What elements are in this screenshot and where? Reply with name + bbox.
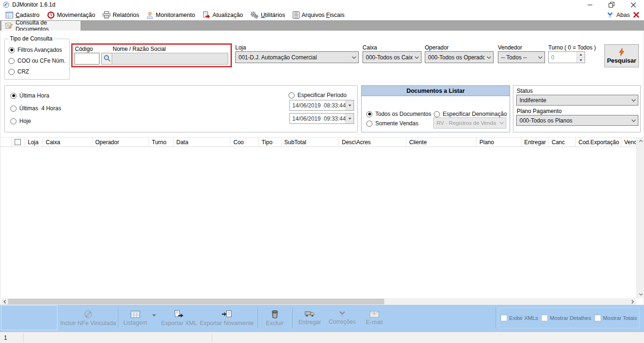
vendedor-value: -- Todos -- [501,54,536,61]
envelope-icon [370,311,379,318]
scroll-down-icon[interactable] [637,291,644,298]
menu-item-utilitarios[interactable]: Utilitários [247,9,289,20]
vertical-scrollbar[interactable] [636,137,644,298]
search-icon [103,55,111,63]
radio-dot [8,58,15,64]
menu-item-relatorios[interactable]: Relatórios [99,9,143,20]
codigo-input[interactable] [74,53,99,65]
radio-label: Especificar Denominação [443,111,507,117]
toolbar-button-label: Excluir [266,320,284,327]
radio-especificar-periodo[interactable]: Especificar Período [289,92,347,98]
menu-item-monitoramento[interactable]: Monitoramento [143,9,198,20]
turno-input[interactable] [549,52,577,63]
date-to-dropdown[interactable] [346,114,354,123]
dropdown-arrow-icon [348,105,351,106]
toolbar-button-label: Listagem [124,319,148,326]
chevron-down-icon [631,99,636,102]
exportar-xml-button[interactable]: Exportar XML [161,307,197,329]
checkbox-mostrar-totais[interactable]: Mostrar Totais [594,315,637,321]
radio-filtros-avancados[interactable]: Filtros Avançados [8,47,66,53]
correcoes-button[interactable]: Correções [327,307,358,329]
column-header[interactable]: Tipo [259,138,281,147]
plano-pagamento-label: Plano Pagamento [517,108,561,114]
loja-select[interactable]: 001-D.J. Automação Comercial [235,51,359,63]
abas-chevron-icon[interactable] [607,12,613,18]
pesquisar-button[interactable]: Pesquisar [604,44,639,67]
column-header[interactable]: Caixa [43,138,92,147]
main-content: Tipo de Consulta Filtros Avançados COO o… [0,31,644,305]
loja-value: 001-D.J. Automação Comercial [239,54,350,61]
menu-item-label: Cadastro [16,12,40,18]
status-select[interactable]: Indiferente [516,95,638,106]
column-header[interactable]: Turno [149,138,173,147]
checkbox-mostrar-detalhes[interactable]: Mostrar Detalhes [541,315,591,321]
column-header[interactable]: Operador [92,138,149,147]
radio-somente-vendas[interactable]: Somente Vendas [366,120,418,127]
column-header[interactable]: Canc [549,138,576,147]
column-header[interactable]: Loja [25,138,43,147]
scroll-right-icon[interactable] [629,298,636,305]
update-arrow-icon [203,11,210,19]
minimize-button[interactable] [579,0,601,9]
column-header[interactable]: Venc [621,138,636,147]
email-button[interactable]: E-mail [360,307,389,329]
vendedor-select[interactable]: -- Todos -- [498,51,545,63]
caixa-value: 000-Todos os Caixa: [366,54,413,61]
radio-hoje[interactable]: Hoje [10,118,31,124]
select-all-checkbox[interactable] [15,139,21,145]
excluir-button[interactable]: Excluir [260,307,290,329]
column-header[interactable]: Plano [477,138,521,147]
column-header[interactable]: Desc\Acres [339,138,406,147]
nome-label: Nome / Razão Social [113,46,166,52]
caixa-select[interactable]: 000-Todos os Caixa: [363,51,421,63]
spin-down-button[interactable] [577,57,585,63]
listagem-button[interactable]: Listagem [120,307,151,329]
radio-ultimas-4-horas[interactable]: Últimas 4 Horas [10,105,61,112]
radio-todos-os-documentos[interactable]: Todos os Documentos [366,111,431,117]
radio-dot [434,111,440,117]
toolbar-button-label: Correções [329,318,356,325]
turno-stepper [548,51,585,63]
column-header[interactable]: Coo [231,138,259,147]
documentos-a-listar-panel: Documentos a Listar Todos os Documentos … [361,85,510,132]
listagem-dropdown-arrow[interactable] [152,314,156,317]
scrollbar-thumb[interactable] [8,299,384,304]
radio-label: Somente Vendas [375,120,418,127]
operador-select[interactable]: 000-Todos os Operado [425,51,494,63]
column-header[interactable]: Cliente [406,138,477,147]
radio-especificar-denominacao[interactable]: Especificar Denominação [434,111,507,117]
vendedor-label: Vendedor [498,44,522,51]
checkbox-box [594,315,601,321]
menu-item-atualizacao[interactable]: Atualização [199,9,247,20]
exportar-novamente-button[interactable]: Exportar Novamente [198,307,255,329]
column-header[interactable]: SubTotal [281,138,339,147]
plano-pagamento-select[interactable]: 000-Todos os Planos [516,115,638,126]
date-from-dropdown[interactable] [346,100,354,110]
restore-button[interactable] [601,0,622,9]
chevron-down-icon [538,56,543,59]
horizontal-scrollbar[interactable] [1,298,636,305]
radio-label: Todos os Documentos [375,111,431,117]
spin-up-button[interactable] [577,52,585,57]
entregar-button[interactable]: Entregar [295,307,325,329]
tab-consulta-documentos[interactable]: Consulta de Documentos [1,20,81,31]
incluir-nfe-button[interactable]: Incluir NFe Vinculada [59,307,117,329]
radio-crz[interactable]: CRZ [8,68,66,75]
date-to-field[interactable]: 14/06/2019 09:33:44 [289,113,354,124]
spin-up-icon [579,54,582,56]
checkbox-exibir-xmls[interactable]: Exibir XMLs [501,315,538,321]
close-button[interactable] [622,0,644,9]
date-from-field[interactable]: 14/06/2019 08:33:44 [289,100,354,111]
column-header[interactable]: Entregar [521,138,549,147]
scroll-left-icon[interactable] [1,298,8,305]
close-tabs-icon[interactable] [633,12,639,18]
radio-coo-cfe[interactable]: COO ou CFe Núm. [8,57,66,64]
menu-item-arquivos-fiscais[interactable]: Arquivos Fiscais [289,9,348,20]
chevron-down-icon [352,56,356,59]
spin-down-icon [579,59,582,61]
scroll-up-icon[interactable] [637,137,644,145]
column-header[interactable]: Data [173,138,231,147]
menu-item-label: Arquivos Fiscais [302,12,345,18]
column-header[interactable]: Cod.Exportação [576,138,621,147]
radio-ultima-hora[interactable]: Última Hora [10,92,49,99]
